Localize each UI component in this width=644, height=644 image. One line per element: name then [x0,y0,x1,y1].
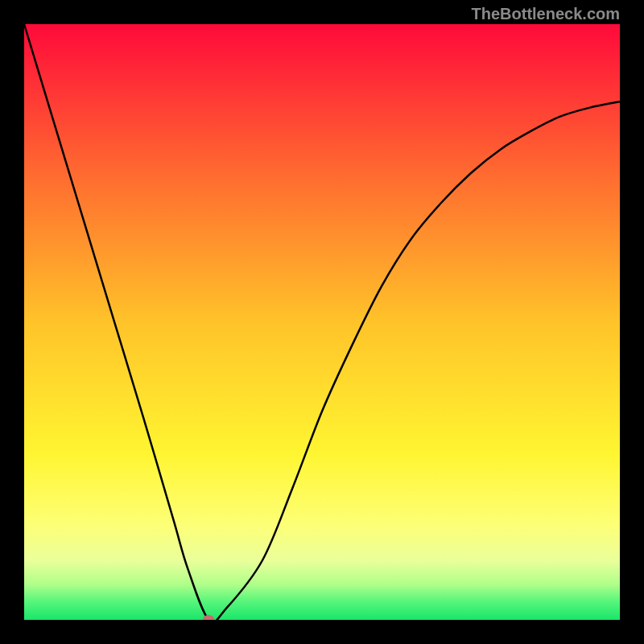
watermark-text: TheBottleneck.com [472,5,620,23]
plot-area [24,24,620,620]
chart-frame: TheBottleneck.com [0,0,644,644]
bottleneck-curve [24,24,620,620]
optimum-marker-icon [203,615,214,620]
